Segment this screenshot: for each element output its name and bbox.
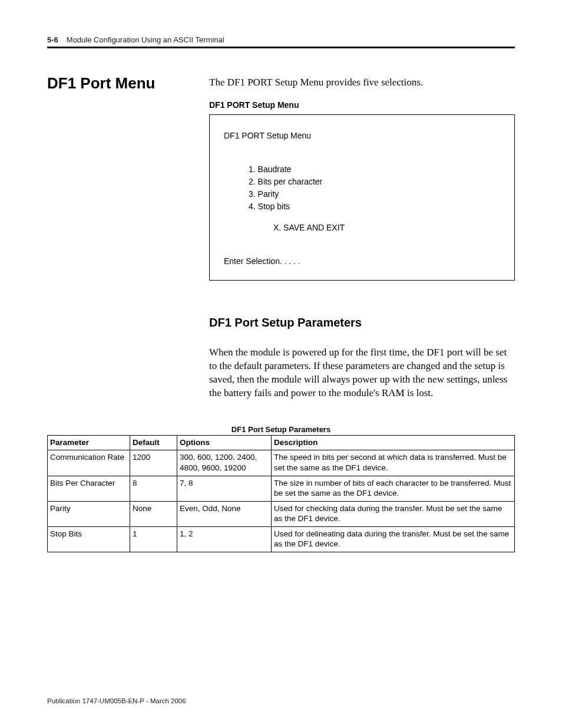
th-description: Description — [272, 435, 515, 450]
cell-default: 1 — [130, 526, 177, 552]
intro-text: The DF1 PORT Setup Menu provides five se… — [209, 76, 515, 90]
menu-box-label: DF1 PORT Setup Menu — [209, 100, 515, 110]
cell-default: 1200 — [130, 450, 177, 476]
publication-footer: Publication 1747-UM005B-EN-P - March 200… — [47, 697, 186, 704]
cell-parameter: Parity — [48, 501, 130, 526]
menu-prompt: Enter Selection. . . . . — [224, 256, 500, 267]
cell-parameter: Stop Bits — [48, 526, 130, 552]
running-header: 5-6 Module Configuration Using an ASCII … — [47, 35, 515, 44]
cell-options: 1, 2 — [177, 526, 272, 552]
menu-item: 2. Bits per character — [249, 176, 500, 187]
page-number: 5-6 — [47, 35, 58, 44]
table-row: Stop Bits 1 1, 2 Used for delineating da… — [48, 526, 515, 552]
parameters-table: Parameter Default Options Description Co… — [47, 435, 515, 552]
table-header-row: Parameter Default Options Description — [48, 435, 515, 450]
menu-items: 1. Baudrate 2. Bits per character 3. Par… — [224, 164, 500, 233]
page: 5-6 Module Configuration Using an ASCII … — [0, 0, 562, 728]
cell-default: None — [130, 501, 177, 526]
cell-options: Even, Odd, None — [177, 501, 272, 526]
table-row: Parity None Even, Odd, None Used for che… — [48, 501, 515, 526]
th-parameter: Parameter — [48, 435, 130, 450]
menu-item: 4. Stop bits — [249, 201, 500, 212]
cell-parameter: Communication Rate — [48, 450, 130, 476]
section-title: DF1 Port Menu — [47, 75, 203, 92]
menu-title: DF1 PORT Setup Menu — [224, 130, 500, 141]
menu-item: 3. Parity — [249, 189, 500, 200]
chapter-title: Module Configuration Using an ASCII Term… — [67, 35, 224, 44]
cell-description: Used for delineating data during the tra… — [272, 526, 515, 552]
intro-row: DF1 Port Menu The DF1 PORT Setup Menu pr… — [47, 75, 515, 411]
menu-item: 1. Baudrate — [249, 164, 500, 175]
menu-exit: X. SAVE AND EXIT — [249, 222, 500, 233]
cell-options: 300, 600, 1200, 2400, 4800, 9600, 19200 — [177, 450, 272, 476]
header-rule — [47, 47, 515, 48]
cell-default: 8 — [130, 476, 177, 501]
cell-description: Used for checking data during the transf… — [272, 501, 515, 526]
cell-description: The size in number of bits of each chara… — [272, 476, 515, 501]
cell-options: 7, 8 — [177, 476, 272, 501]
subsection-title: DF1 Port Setup Parameters — [209, 316, 515, 330]
table-caption: DF1 Port Setup Parameters — [47, 425, 515, 434]
cell-description: The speed in bits per second at which da… — [272, 450, 515, 476]
th-options: Options — [177, 435, 272, 450]
menu-box: DF1 PORT Setup Menu 1. Baudrate 2. Bits … — [209, 114, 515, 281]
table-row: Communication Rate 1200 300, 600, 1200, … — [48, 450, 515, 476]
th-default: Default — [130, 435, 177, 450]
subsection-body: When the module is powered up for the fi… — [209, 346, 515, 400]
table-row: Bits Per Character 8 7, 8 The size in nu… — [48, 476, 515, 501]
cell-parameter: Bits Per Character — [48, 476, 130, 501]
